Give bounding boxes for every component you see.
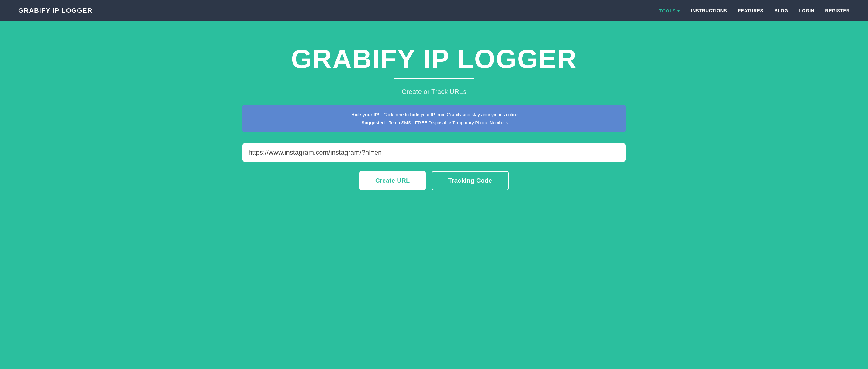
suggested-text: - Temp SMS - FREE Disposable Temporary P… — [386, 120, 509, 125]
hide-ip-label: - Hide your IP! — [348, 112, 379, 117]
nav-item-features[interactable]: FEATURES — [738, 8, 764, 13]
info-banner-line1: - Hide your IP! - Click here to hide you… — [251, 110, 617, 119]
nav-label-tools: TOOLS — [659, 8, 676, 13]
nav-item-blog[interactable]: BLOG — [774, 8, 788, 13]
nav-link-register[interactable]: REGISTER — [825, 8, 850, 13]
nav-item-login[interactable]: LOGIN — [799, 8, 814, 13]
chevron-down-icon — [677, 10, 680, 12]
nav-link-blog[interactable]: BLOG — [774, 8, 788, 13]
hero-divider — [395, 78, 473, 79]
nav-link-login[interactable]: LOGIN — [799, 8, 814, 13]
suggested-label: - Suggested — [359, 120, 385, 125]
navbar-nav: TOOLS INSTRUCTIONS FEATURES BLOG LOGIN R… — [659, 8, 850, 13]
tracking-code-button[interactable]: Tracking Code — [432, 171, 508, 190]
nav-link-instructions[interactable]: INSTRUCTIONS — [691, 8, 727, 13]
nav-item-register[interactable]: REGISTER — [825, 8, 850, 13]
navbar: GRABIFY IP LOGGER TOOLS INSTRUCTIONS FEA… — [0, 0, 868, 21]
nav-item-instructions[interactable]: INSTRUCTIONS — [691, 8, 727, 13]
url-input-container — [242, 143, 626, 162]
create-url-button[interactable]: Create URL — [360, 171, 426, 190]
hide-ip-text: - Click here to hide your IP from Grabif… — [381, 112, 520, 117]
info-banner[interactable]: - Hide your IP! - Click here to hide you… — [242, 105, 626, 132]
nav-item-tools[interactable]: TOOLS — [659, 8, 680, 13]
navbar-brand[interactable]: GRABIFY IP LOGGER — [18, 7, 92, 14]
button-group: Create URL Tracking Code — [360, 171, 508, 190]
nav-link-tools[interactable]: TOOLS — [659, 8, 680, 13]
info-banner-line2: - Suggested - Temp SMS - FREE Disposable… — [251, 119, 617, 127]
hero-title: GRABIFY IP LOGGER — [291, 45, 577, 72]
hero-subtitle: Create or Track URLs — [402, 88, 467, 96]
nav-link-features[interactable]: FEATURES — [738, 8, 764, 13]
url-input[interactable] — [248, 145, 620, 160]
hero-section: GRABIFY IP LOGGER Create or Track URLs -… — [0, 21, 868, 221]
